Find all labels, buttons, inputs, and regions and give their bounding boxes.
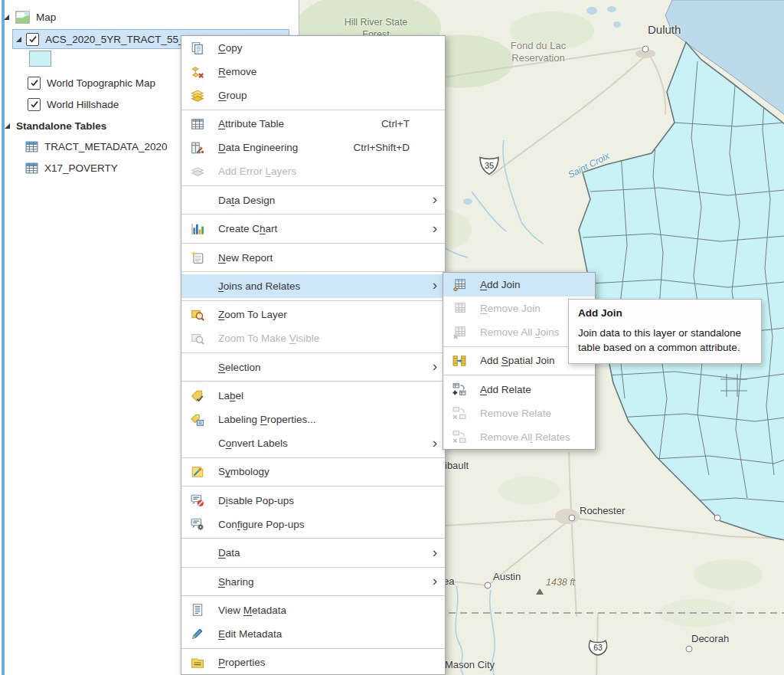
menu-item-group[interactable]: Group <box>181 84 445 107</box>
menu-item-create-chart[interactable]: Create Chart› <box>181 217 445 241</box>
map-label: Map <box>36 11 56 23</box>
city-dot <box>485 582 492 589</box>
menu-item-attribute-table[interactable]: Attribute TableCtrl+T <box>181 112 445 136</box>
city-dot <box>714 515 721 522</box>
menu-item-copy[interactable]: Copy <box>181 36 445 60</box>
svg-text:63: 63 <box>593 643 603 652</box>
menu-item-label: Data Design <box>218 195 275 206</box>
submenu-arrow-icon: › <box>433 191 437 208</box>
map-label-ibault: ibault <box>445 460 469 472</box>
submenu-arrow-icon: › <box>433 358 437 375</box>
menu-item-label: New Report <box>218 252 273 264</box>
menu-separator <box>443 375 595 375</box>
icon-placeholder <box>191 546 204 560</box>
menu-separator <box>181 214 445 215</box>
zoom-make-visible-icon <box>191 332 204 346</box>
city-dot <box>569 515 576 522</box>
menu-item-label: Remove Relate <box>480 408 551 419</box>
menu-item-label: Zoom To Make Visible <box>218 333 319 344</box>
remove-all-relates-icon <box>452 430 466 444</box>
menu-item-label: Add Spatial Join <box>480 355 555 366</box>
icon-placeholder <box>191 279 204 293</box>
menu-item-labeling-properties[interactable]: Labeling Properties... <box>181 408 445 431</box>
map-label-1438-ft: 1438 ft <box>546 577 575 589</box>
menu-item-add-error-layers: Add Error Layers <box>181 159 445 183</box>
pane-edge[interactable] <box>2 0 5 675</box>
remove-icon <box>191 65 204 79</box>
menu-item-selection[interactable]: Selection› <box>181 356 445 379</box>
menu-item-configure-pop-ups[interactable]: Configure Pop-ups <box>181 513 445 536</box>
menu-item-label: View Metadata <box>218 605 286 616</box>
add-relate-icon <box>452 382 466 396</box>
menu-item-add-relate[interactable]: Add Relate <box>443 378 595 401</box>
menu-item-remove[interactable]: Remove <box>181 60 445 84</box>
menu-item-label: Remove Join <box>480 303 541 314</box>
menu-item-joins-and-relates[interactable]: Joins and Relates› <box>181 274 445 298</box>
menu-item-convert-labels[interactable]: Convert Labels› <box>181 431 445 455</box>
menu-item-view-metadata[interactable]: View Metadata <box>181 598 445 622</box>
standalone-tables-label: Standalone Tables <box>16 120 106 132</box>
configure-popups-icon <box>191 517 204 531</box>
tree-item-map[interactable]: Map <box>4 8 56 26</box>
menu-item-shortcut: Ctrl+Shift+D <box>353 142 439 153</box>
menu-item-shortcut: Ctrl+T <box>381 118 439 129</box>
properties-icon <box>191 656 204 670</box>
menu-separator <box>181 595 445 596</box>
expander-icon[interactable] <box>5 123 10 129</box>
remove-all-joins-icon <box>452 326 466 339</box>
map-thumbnail-icon <box>15 11 30 24</box>
layer-visibility-checkbox[interactable] <box>28 98 41 111</box>
menu-item-new-report[interactable]: New Report <box>181 246 445 270</box>
menu-item-label: Symbology <box>218 466 270 477</box>
menu-item-data-engineering[interactable]: Data EngineeringCtrl+Shift+D <box>181 136 445 159</box>
menu-item-properties[interactable]: Properties <box>181 650 445 674</box>
menu-item-remove-relate: Remove Relate <box>443 401 595 425</box>
menu-item-label: Add Relate <box>480 384 531 395</box>
expander-icon[interactable] <box>16 37 21 42</box>
layer-symbol-swatch[interactable] <box>29 51 51 67</box>
tree-item-world-hillshade[interactable]: World Hillshade <box>28 95 119 113</box>
icon-placeholder <box>191 437 204 451</box>
menu-separator <box>181 300 445 301</box>
menu-item-zoom-to-layer[interactable]: Zoom To Layer <box>181 303 445 326</box>
view-metadata-icon <box>191 603 204 617</box>
layer-visibility-checkbox[interactable] <box>28 77 41 90</box>
menu-separator <box>181 486 445 487</box>
tree-group-standalone-tables[interactable]: Standalone Tables <box>5 116 106 135</box>
layer-visibility-checkbox[interactable] <box>26 33 39 46</box>
menu-item-label: Properties <box>218 657 266 668</box>
menu-separator <box>181 271 445 272</box>
menu-item-label: Data Engineering <box>218 142 298 153</box>
add-error-layers-icon <box>191 165 204 179</box>
menu-item-label: Copy <box>218 42 243 54</box>
layer-label: World Hillshade <box>47 99 119 110</box>
submenu-arrow-icon: › <box>433 434 437 451</box>
menu-item-label[interactable]: Label <box>181 384 445 408</box>
menu-item-zoom-to-make-visible: Zoom To Make Visible <box>181 326 445 350</box>
menu-item-add-join[interactable]: Add Join <box>443 273 595 297</box>
map-label-decorah: Decorah <box>691 633 729 645</box>
tree-item-poverty-table[interactable]: X17_POVERTY <box>25 159 118 177</box>
selected-layer-label: ACS_2020_5YR_TRACT_55_WI <box>45 34 197 45</box>
tree-item-world-topographic-map[interactable]: World Topographic Map <box>28 74 155 92</box>
menu-item-label: Add Error Layers <box>218 165 296 177</box>
menu-item-label: Data <box>218 547 240 559</box>
menu-item-remove-all-relates: Remove All Relates <box>443 425 595 449</box>
menu-item-label: Edit Metadata <box>218 628 282 640</box>
menu-separator <box>181 538 445 539</box>
menu-item-symbology[interactable]: Symbology <box>181 460 445 483</box>
menu-item-edit-metadata[interactable]: Edit Metadata <box>181 622 445 646</box>
menu-item-sharing[interactable]: Sharing› <box>181 570 445 594</box>
tree-item-tract-metadata-table[interactable]: TRACT_METADATA_2020 <box>25 137 168 156</box>
tooltip-body: Join data to this layer or standalone ta… <box>578 326 752 356</box>
menu-item-disable-pop-ups[interactable]: Disable Pop-ups <box>181 489 445 513</box>
menu-item-data[interactable]: Data› <box>181 541 445 565</box>
attribute-table-icon <box>191 117 204 131</box>
menu-item-label: Zoom To Layer <box>218 309 287 320</box>
menu-item-label: Disable Pop-ups <box>218 495 294 506</box>
city-dot <box>686 646 693 653</box>
expander-icon[interactable] <box>4 15 9 20</box>
menu-item-label: Remove All Joins <box>480 326 560 338</box>
menu-item-data-design[interactable]: Data Design› <box>181 188 445 212</box>
menu-item-label: Selection <box>218 362 261 373</box>
